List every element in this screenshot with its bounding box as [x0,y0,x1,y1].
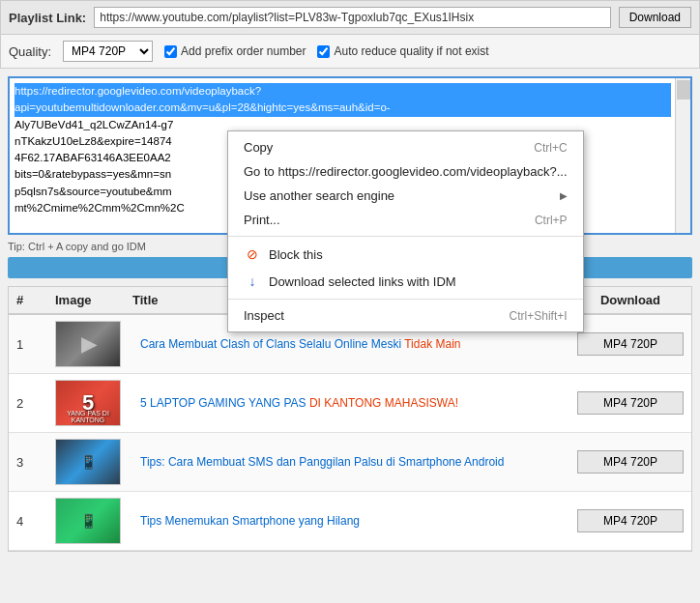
goto-label: Go to https://redirector.googlevideo.com… [244,164,568,179]
top-bar: Playlist Link: Download [0,0,700,35]
tip-text: Tip: Ctrl + A copy and go IDM [8,241,146,252]
quality-bar: Quality: MP4 720P MP4 1080P MP4 480P MP4… [0,35,700,69]
inspect-shortcut: Ctrl+Shift+I [510,309,568,323]
auto-reduce-label: Auto reduce quality if not exist [334,44,488,58]
row-2-num: 2 [16,396,55,411]
add-prefix-checkbox-label[interactable]: Add prefix order number [164,44,306,58]
context-goto[interactable]: Go to https://redirector.googlevideo.com… [228,159,583,184]
row-2-thumb: 5 YANG PAS DI KANTONG [55,380,121,426]
row-4-download-button[interactable]: MP4 720P [577,509,684,532]
table-row: 3 📱 Tips: Cara Membuat SMS dan Panggilan… [9,433,691,492]
idm-icon: ↓ [244,273,261,290]
url-line-1: https://redirector.googlevideo.com/video… [15,83,671,100]
print-shortcut: Ctrl+P [535,214,568,227]
add-prefix-checkbox[interactable] [164,45,177,58]
playlist-label: Playlist Link: [9,11,86,25]
row-2-highlight: DI KANTONG MAHASISWA! [309,396,458,410]
row-1-thumb: ▶ [55,321,121,367]
row-2-title: 5 LAPTOP GAMING YANG PAS DI KANTONG MAHA… [132,395,577,412]
download-button[interactable]: Download [619,7,691,28]
row-3-title: Tips: Cara Membuat SMS dan Panggilan Pal… [132,454,577,471]
thumb-2-label: YANG PAS DI KANTONG [56,410,120,423]
col-header-num: # [16,293,55,307]
context-menu: Copy Ctrl+C Go to https://redirector.goo… [227,130,584,332]
auto-reduce-checkbox-label[interactable]: Auto reduce quality if not exist [317,44,488,58]
context-block[interactable]: ⊘ Block this [228,241,583,268]
copy-shortcut: Ctrl+C [534,141,567,155]
thumb-4-icon: 📱 [80,513,97,529]
quality-select[interactable]: MP4 720P MP4 1080P MP4 480P MP4 360P [63,41,153,62]
separator-2 [228,299,583,300]
context-idm[interactable]: ↓ Download selected links with IDM [228,268,583,295]
scrollbar-thumb[interactable] [677,80,690,100]
row-3-download-button[interactable]: MP4 720P [577,450,684,474]
row-1-num: 1 [16,337,55,352]
row-1-download-button[interactable]: MP4 720P [577,332,684,356]
block-label: Block this [269,247,323,262]
quality-label: Quality: [9,44,51,59]
row-2-download-button[interactable]: MP4 720P [577,391,684,415]
context-search-engine[interactable]: Use another search engine [228,184,583,208]
copy-label: Copy [244,140,273,155]
idm-label: Download selected links with IDM [269,274,456,289]
search-engine-label: Use another search engine [244,188,394,203]
url-line-2: api=youtubemultidownloader.com&mv=u&pl=2… [15,100,671,116]
row-4-title: Tips Menemukan Smartphone yang Hilang [132,513,577,530]
col-header-download: Download [577,293,684,307]
block-icon: ⊘ [244,245,261,263]
context-print[interactable]: Print... Ctrl+P [228,208,583,232]
playlist-url-input[interactable] [94,7,610,28]
auto-reduce-checkbox[interactable] [317,45,330,58]
row-3-num: 3 [16,455,55,470]
thumb-1-icon: ▶ [81,332,96,356]
scrollbar[interactable] [675,78,690,233]
print-label: Print... [244,213,280,227]
add-prefix-label: Add prefix order number [181,44,306,58]
row-1-title: Cara Membuat Clash of Clans Selalu Onlin… [132,336,577,353]
table-row: 4 📱 Tips Menemukan Smartphone yang Hilan… [9,492,691,551]
inspect-label: Inspect [244,308,284,323]
thumb-3-icon: 📱 [80,454,97,470]
col-header-image: Image [55,293,132,307]
context-copy[interactable]: Copy Ctrl+C [228,135,583,159]
row-4-thumb: 📱 [55,498,121,544]
table-row: 2 5 YANG PAS DI KANTONG 5 LAPTOP GAMING … [9,374,691,433]
row-4-num: 4 [16,514,55,529]
row-1-highlight: Tidak Main [404,337,460,351]
row-3-thumb: 📱 [55,439,121,485]
separator-1 [228,236,583,237]
context-inspect[interactable]: Inspect Ctrl+Shift+I [228,303,583,328]
